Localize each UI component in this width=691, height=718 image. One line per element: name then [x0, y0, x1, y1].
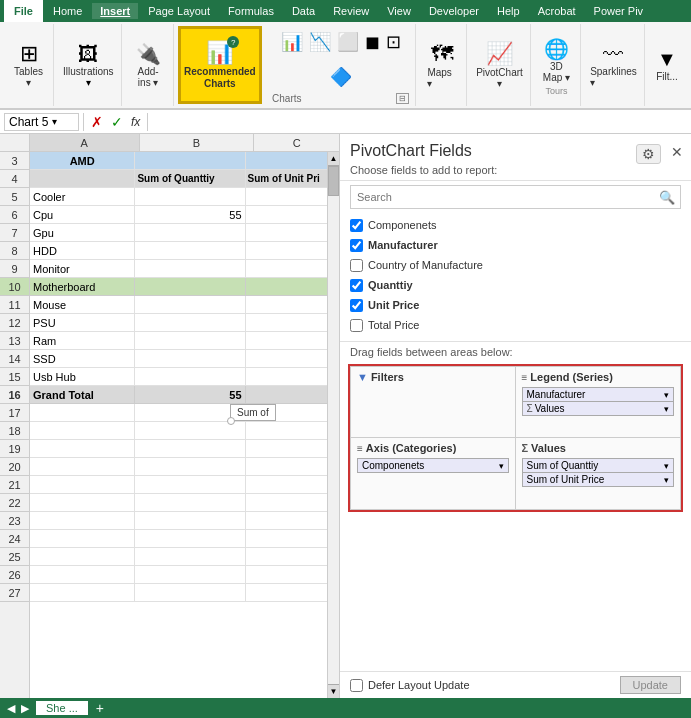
cell-b9[interactable] — [135, 260, 245, 278]
axis-componenets-field[interactable]: Componenets ▾ — [357, 458, 509, 473]
cell-b3[interactable] — [135, 152, 245, 170]
pie-chart-button[interactable]: ⬜ — [335, 29, 361, 55]
field-checkbox-quanttiy[interactable] — [350, 279, 363, 292]
cell-b12[interactable] — [135, 314, 245, 332]
scroll-up-btn[interactable]: ▲ — [328, 152, 339, 166]
field-item-manufacturer[interactable]: Manufacturer — [350, 235, 681, 255]
cell-a15[interactable]: Usb Hub — [30, 368, 135, 386]
cell-c12[interactable] — [246, 314, 327, 332]
cancel-formula-icon[interactable]: ✗ — [88, 114, 106, 130]
acrobat-tab[interactable]: Acrobat — [530, 3, 584, 19]
cell-c14[interactable] — [246, 350, 327, 368]
formula-input[interactable] — [152, 114, 687, 130]
view-tab[interactable]: View — [379, 3, 419, 19]
cell-c4[interactable]: Sum of Unit Pri — [246, 170, 327, 188]
file-tab[interactable]: File — [4, 0, 43, 22]
defer-layout-checkbox[interactable] — [350, 679, 363, 692]
values-quanttiy-field[interactable]: Sum of Quanttiy ▾ — [522, 458, 675, 473]
developer-tab[interactable]: Developer — [421, 3, 487, 19]
values-drag-area[interactable]: Σ Values Sum of Quanttiy ▾ Sum of Unit P… — [516, 438, 682, 510]
legend-drag-area[interactable]: ≡ Legend (Series) Manufacturer ▾ Σ Value… — [516, 366, 682, 438]
cell-c5[interactable] — [246, 188, 327, 206]
field-item-unitprice[interactable]: Unit Price — [350, 295, 681, 315]
field-item-componenets[interactable]: Componenets — [350, 215, 681, 235]
values-unitprice-field[interactable]: Sum of Unit Price ▾ — [522, 473, 675, 487]
field-checkbox-unitprice[interactable] — [350, 299, 363, 312]
page-layout-tab[interactable]: Page Layout — [140, 3, 218, 19]
cell-a3[interactable]: AMD — [30, 152, 135, 170]
cell-c8[interactable] — [246, 242, 327, 260]
bar-chart-button[interactable]: 📊 — [279, 29, 305, 55]
maps-button[interactable]: 🗺 Maps ▾ — [424, 38, 460, 92]
cell-b6[interactable]: 55 — [135, 206, 245, 224]
cell-a7[interactable]: Gpu — [30, 224, 135, 242]
power-piv-tab[interactable]: Power Piv — [586, 3, 652, 19]
help-tab[interactable]: Help — [489, 3, 528, 19]
cell-c9[interactable] — [246, 260, 327, 278]
cell-c10[interactable] — [246, 278, 327, 296]
field-checkbox-componenets[interactable] — [350, 219, 363, 232]
legend-manufacturer-field[interactable]: Manufacturer ▾ — [522, 387, 675, 402]
update-button[interactable]: Update — [620, 676, 681, 694]
waterfall-chart-button[interactable]: 🔷 — [328, 64, 354, 90]
cell-c6[interactable] — [246, 206, 327, 224]
cell-b16[interactable]: 55 — [135, 386, 245, 404]
sheet-tab-she[interactable]: She ... — [36, 701, 88, 715]
cell-c13[interactable] — [246, 332, 327, 350]
cell-c15[interactable] — [246, 368, 327, 386]
sparklines-button[interactable]: 〰 Sparklines▾ — [587, 40, 640, 91]
cell-a14[interactable]: SSD — [30, 350, 135, 368]
scroll-thumb[interactable] — [328, 166, 339, 196]
field-checkbox-country[interactable] — [350, 259, 363, 272]
review-tab[interactable]: Review — [325, 3, 377, 19]
scatter-chart-button[interactable]: ⊡ — [384, 29, 403, 55]
cell-c11[interactable] — [246, 296, 327, 314]
col-header-a[interactable]: A — [30, 134, 140, 151]
cell-b5[interactable] — [135, 188, 245, 206]
insert-tab[interactable]: Insert — [92, 3, 138, 19]
field-checkbox-manufacturer[interactable] — [350, 239, 363, 252]
cell-b8[interactable] — [135, 242, 245, 260]
cell-a12[interactable]: PSU — [30, 314, 135, 332]
line-chart-button[interactable]: 📉 — [307, 29, 333, 55]
addins-button[interactable]: 🔌 Add- ins ▾ — [133, 39, 164, 91]
pivot-close-button[interactable]: ✕ — [671, 144, 683, 160]
data-tab[interactable]: Data — [284, 3, 323, 19]
defer-layout-label[interactable]: Defer Layout Update — [350, 679, 470, 692]
recommended-charts-button[interactable]: 📊 ? RecommendedCharts — [182, 38, 258, 92]
field-checkbox-totalprice[interactable] — [350, 319, 363, 332]
pivotchart-button[interactable]: 📈 PivotChart▾ — [473, 38, 526, 92]
cell-c7[interactable] — [246, 224, 327, 242]
cell-c16[interactable] — [246, 386, 327, 404]
chart-mini-area[interactable] — [30, 494, 327, 512]
cell-b14[interactable] — [135, 350, 245, 368]
cell-b15[interactable] — [135, 368, 245, 386]
cell-b4[interactable]: Sum of Quanttiy — [135, 170, 245, 188]
cell-b11[interactable] — [135, 296, 245, 314]
cell-a11[interactable]: Mouse — [30, 296, 135, 314]
col-header-b[interactable]: B — [140, 134, 255, 151]
home-tab[interactable]: Home — [45, 3, 90, 19]
cell-a8[interactable]: HDD — [30, 242, 135, 260]
nav-left-btn[interactable]: ◀ — [4, 702, 18, 715]
cell-b10[interactable] — [135, 278, 245, 296]
cell-c3[interactable] — [246, 152, 327, 170]
col-header-c[interactable]: C — [254, 134, 339, 151]
add-sheet-btn[interactable]: + — [90, 700, 110, 716]
cell-a5[interactable]: Cooler — [30, 188, 135, 206]
field-item-country[interactable]: Country of Manufacture — [350, 255, 681, 275]
cell-reference-box[interactable]: Chart 5 ▾ — [4, 113, 79, 131]
area-chart-button[interactable]: ◼ — [363, 29, 382, 55]
insert-function-icon[interactable]: fx — [128, 115, 143, 129]
tables-button[interactable]: ⊞ Tables ▾ — [11, 40, 46, 91]
cell-a10[interactable]: Motherboard — [30, 278, 135, 296]
cell-a4[interactable] — [30, 170, 135, 188]
vertical-scrollbar[interactable]: ▲ ▼ — [327, 152, 339, 698]
nav-right-btn[interactable]: ▶ — [18, 702, 32, 715]
3dmap-button[interactable]: 🌐 3DMap ▾ — [540, 34, 573, 86]
illustrations-button[interactable]: 🖼 Illustrations ▾ — [60, 40, 117, 91]
cell-a13[interactable]: Ram — [30, 332, 135, 350]
filters-ribbon-button[interactable]: ▼ Filt... — [653, 45, 681, 85]
fields-search-input[interactable] — [351, 191, 654, 203]
cell-a6[interactable]: Cpu — [30, 206, 135, 224]
